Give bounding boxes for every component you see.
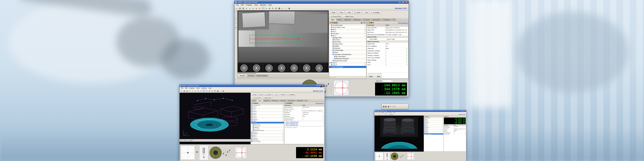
feature-button[interactable]: ▱Plane [278,93,286,96]
toolbar-icon[interactable]: ● [258,7,261,10]
menu-item[interactable]: Help [267,4,273,6]
minimize-button[interactable]: – [460,110,462,112]
toolbar-icon[interactable]: ✛ [262,7,264,10]
toolbar-icon[interactable]: ⊕ [208,90,211,92]
program-step-row[interactable]: ▶ Plane ✓ [329,51,366,53]
program-step-row[interactable]: Plane 2 ✓ [251,134,284,136]
dock-icon[interactable]: ◧ [385,106,387,108]
property-row[interactable]: Destination Settings 1 ✓ [367,50,408,52]
back-button[interactable]: Back [367,75,374,78]
property-row[interactable]: Input Selection Probe Points ✓ [444,126,466,127]
toolbar-icon[interactable]: ▦ [278,7,281,10]
program-step-row[interactable]: ▶ Control Angle ✓ [329,49,366,51]
view-tool-icon[interactable]: ▦ [190,140,192,141]
dock-icon[interactable]: ☼ [392,106,394,108]
program-step-row[interactable]: Point 1 ✓ [424,125,443,126]
slider-knob[interactable] [401,156,402,157]
mode-tab[interactable]: Intersection [371,18,382,21]
feature-button[interactable]: ╱Line [258,93,264,96]
dock-icon[interactable]: ▦ [383,106,384,108]
toolbar-icon[interactable]: ● [188,90,191,92]
program-step-row[interactable]: ▶ Measurement Data ✓ [329,60,366,62]
mode-tab[interactable]: Video [329,18,336,21]
property-row[interactable]: Measure Settings 1 ✓ [367,52,408,54]
program-step-row[interactable]: Angle 1 ✓ [251,120,284,122]
feature-button[interactable]: ≈Edge Curve [342,14,354,18]
titlebar[interactable]: Lab4m - Approximo Default – ▢ ✕ [234,1,408,4]
program-nav-icon[interactable]: « [330,76,331,78]
property-row[interactable]: Plane and Axis Specification XY Plane, P… [367,34,408,36]
toolbar-icon[interactable]: ● [245,7,248,10]
toolbar-icon[interactable]: ⊕ [268,7,271,10]
slider-knob[interactable] [403,155,403,156]
mode-tab[interactable]: Video [251,100,256,102]
slider-knob[interactable] [227,151,228,152]
mode-tab[interactable]: Reference [271,100,279,102]
toolbar-icon[interactable]: ▤ [238,7,242,10]
program-step-row[interactable]: Distance 1 ✓ [251,119,284,120]
program-step-row[interactable]: ▶ Line axis ✓ [329,32,366,34]
slider-knob[interactable] [328,83,329,85]
light-slider[interactable] [223,153,234,154]
program-step-row[interactable]: Plane 1 ✓ [251,106,284,108]
mode-tab[interactable]: Reference [352,18,362,21]
program-step-row[interactable]: Line 1 ✓ [424,124,443,125]
filmstrip-thumbnail[interactable] [301,64,312,72]
toolbar-icon[interactable]: ⊕ [386,114,388,115]
property-row[interactable]: Diameter 25.4001 mm ✓ [284,112,324,114]
toolbar-icon[interactable]: ▱ [235,7,238,10]
toolbar-icon[interactable]: ● [194,90,197,92]
related-feature-link[interactable]: Plane 1 (Measured, Ref) [286,123,323,124]
camera-viewport[interactable] [238,10,329,63]
toolbar-icon[interactable]: ▱ [375,114,376,115]
feature-button[interactable]: ▭Box [345,11,352,14]
filmstrip-thumbnail[interactable] [250,64,262,72]
side-tool-icon[interactable]: ⋯ [235,29,237,31]
program-nav-icon[interactable]: › [333,76,334,78]
menu-item[interactable]: File [180,87,184,89]
maximize-button[interactable]: ▢ [402,1,404,3]
filmstrip-thumbnail[interactable] [263,64,275,72]
program-step-row[interactable]: Edge Point ✓ [251,124,284,125]
toolbar-icon[interactable]: ● [192,90,194,92]
toolbar-icon[interactable]: ☼ [219,90,222,92]
property-row[interactable]: End Point [145.7961 mm, 344.2101 mm, 12.… [367,31,408,34]
program-step-row[interactable]: Point 1 ✓ [251,114,284,116]
view-tool-icon[interactable]: ✛ [192,140,194,141]
feature-button[interactable]: ◠Arc [272,93,278,96]
property-row[interactable]: Search Limits ✓ [367,36,408,38]
ring-light-control[interactable] [391,153,398,160]
program-step-row[interactable]: Plane 2 ✓ [424,131,443,132]
light-slider[interactable] [399,155,406,156]
program-step-row[interactable]: ▶ End of Program ✓ [329,66,366,68]
program-step-row[interactable]: Distance 2 ✓ [424,132,443,134]
program-step-row[interactable]: Distance 1 ✓ [424,126,443,128]
program-step-row[interactable]: Symmetry 1 ✓ [251,139,284,141]
filmstrip-thumbnail[interactable] [313,64,325,72]
program-step-row[interactable]: ▶ Arc 3 ✓ [329,34,366,37]
toolbar-icon[interactable]: ⊖ [271,7,274,10]
property-row[interactable]: Lens 1 ✓ [367,64,408,66]
program-step-row[interactable]: Diameter ✓ [251,126,284,128]
alignment-combobox[interactable]: Alignment▼ [375,80,393,82]
mode-tab[interactable]: Construct [362,18,371,21]
program-step-row[interactable]: Crosshair start ✓ [251,104,284,106]
program-step-row[interactable]: Sphere 1 ✓ [251,122,284,124]
side-tool-icon[interactable]: ▭ [235,20,236,22]
side-tool-icon[interactable]: ╱ [236,16,236,17]
property-row[interactable]: Tolerance Settings 1 ✓ [284,117,324,119]
program-step-row[interactable]: ▶ Diameter ✓ [329,47,366,49]
property-row[interactable]: Video Settings 1 ✓ [367,59,408,61]
program-step-row[interactable]: Circle 1 ✓ [424,120,443,121]
menu-item[interactable]: Edit [184,87,188,89]
stage-position-widget[interactable] [235,147,247,158]
slider-knob[interactable] [325,91,326,92]
toolbar-icon[interactable]: ● [248,7,251,10]
program-step-row[interactable]: ▶ Line 4 ✓ [329,64,366,66]
menu-item[interactable]: Program [188,87,196,89]
toolbar-icon[interactable]: ⊖ [211,90,214,92]
property-row[interactable]: Center Point [44.2682 mm, -0.2631 mm, 66… [444,128,466,130]
3d-scene-view[interactable] [180,93,250,139]
light-slider[interactable] [399,157,406,158]
program-step-row[interactable]: Circle 3 ✓ [251,116,284,117]
